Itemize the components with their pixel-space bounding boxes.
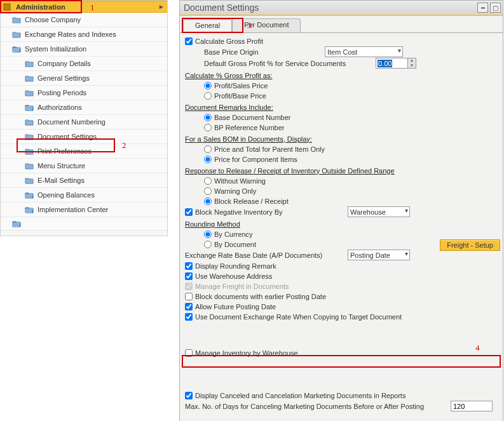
- sidebar-item-print-preferences[interactable]: Print Preferences: [1, 144, 167, 159]
- sidebar-item-label: Choose Company: [25, 16, 81, 23]
- base-price-origin-label: Base Price Origin: [204, 48, 325, 56]
- allow-future-checkbox[interactable]: [185, 303, 193, 311]
- sidebar-item-choose-company[interactable]: Choose Company: [1, 13, 167, 27]
- calculate-gross-profit-checkbox[interactable]: [185, 37, 193, 45]
- radio-label: Base Document Number: [214, 114, 290, 121]
- warning-only-radio[interactable]: [204, 187, 212, 195]
- sidebar-item-label: Menu Structure: [37, 162, 85, 170]
- block-neg-dropdown[interactable]: Warehouse: [348, 206, 410, 217]
- sidebar-item-exchange-rates[interactable]: Exchange Rates and Indexes: [1, 27, 167, 42]
- chk-label: Block documents with earlier Posting Dat…: [195, 293, 326, 300]
- price-parent-radio[interactable]: [204, 145, 212, 153]
- base-doc-num-radio[interactable]: [204, 114, 212, 121]
- open-folder-icon: [12, 220, 21, 227]
- sidebar-item-implementation-center[interactable]: Implementation Center: [1, 203, 167, 217]
- without-warning-radio[interactable]: [204, 177, 212, 185]
- document-settings-window: Document Settings ━ ▢ General Per Docume…: [179, 0, 503, 421]
- sidebar-item-label: Opening Balances: [37, 191, 95, 199]
- sidebar-item-general-settings[interactable]: General Settings: [1, 71, 167, 86]
- base-price-origin-dropdown[interactable]: Item Cost: [325, 46, 403, 57]
- open-folder-icon: [25, 191, 34, 199]
- default-gp-value: 0.00: [378, 60, 392, 67]
- sidebar-item-menu-structure[interactable]: Menu Structure: [1, 159, 167, 173]
- sidebar-item-label: Document Settings: [37, 133, 97, 140]
- profit-base-radio[interactable]: [204, 92, 212, 100]
- sidebar-item-email-settings[interactable]: E-Mail Settings: [1, 173, 167, 188]
- sidebar-item-label: Company Details: [37, 60, 91, 67]
- folder-icon: [25, 60, 34, 67]
- sales-bom-heading: For a Sales BOM in Documents, Display:: [185, 134, 498, 144]
- chk-label: Manage Inventory by Warehouse: [195, 349, 298, 357]
- radio-label: Price for Component Items: [214, 156, 297, 163]
- max-days-input[interactable]: [451, 401, 493, 411]
- max-days-label: Max. No. of Days for Canceling Marketing…: [185, 403, 451, 410]
- folder-icon: [25, 133, 34, 140]
- sidebar-item-authorizations[interactable]: Authorizations: [1, 100, 167, 115]
- module-icon: [3, 3, 12, 11]
- manage-freight-checkbox: [185, 283, 193, 290]
- sidebar-item-label: Exchange Rates and Indexes: [25, 30, 116, 38]
- chk-label: Use Document Exchange Rate When Copying …: [195, 313, 402, 321]
- sidebar-item-label: Print Preferences: [37, 147, 92, 155]
- display-canceled-checkbox[interactable]: [185, 392, 193, 399]
- svg-rect-0: [4, 4, 10, 10]
- chk-label: Block Negative Inventory By: [195, 208, 348, 216]
- navigation-sidebar: Administration ▸ Choose Company Exchange…: [0, 0, 168, 236]
- sidebar-item-opening-balances[interactable]: Opening Balances: [1, 188, 167, 203]
- minimize-button[interactable]: ━: [477, 3, 488, 13]
- manage-inv-wh-checkbox[interactable]: [185, 349, 193, 357]
- sidebar-item-label: General Settings: [37, 74, 90, 82]
- sidebar-item-collapsed[interactable]: [1, 217, 167, 231]
- display-rounding-checkbox[interactable]: [185, 262, 193, 270]
- chk-label: Calculate Gross Profit: [195, 37, 263, 45]
- price-component-radio[interactable]: [204, 156, 212, 163]
- by-currency-radio[interactable]: [204, 231, 212, 238]
- radio-label: Price and Total for Parent Item Only: [214, 145, 325, 153]
- sidebar-item-system-init[interactable]: System Initialization: [1, 42, 167, 57]
- exrate-dropdown[interactable]: Posting Date: [348, 250, 410, 260]
- radio-label: Warning Only: [214, 187, 256, 195]
- folder-icon: [25, 89, 34, 97]
- bp-ref-num-radio[interactable]: [204, 124, 212, 131]
- profit-sales-radio[interactable]: [204, 82, 212, 90]
- sidebar-item-label: E-Mail Settings: [37, 177, 85, 184]
- folder-icon: [25, 74, 34, 82]
- chk-label: Display Rounding Remark: [195, 262, 276, 270]
- sidebar-item-posting-periods[interactable]: Posting Periods: [1, 86, 167, 100]
- block-earlier-checkbox[interactable]: [185, 293, 193, 300]
- chk-label: Display Canceled and Cancelation Marketi…: [195, 392, 405, 399]
- open-folder-icon: [25, 206, 34, 213]
- chk-label: Allow Future Posting Date: [195, 303, 276, 311]
- settings-content: Calculate Gross Profit Base Price Origin…: [180, 33, 503, 421]
- spinner-icon[interactable]: ▲▼: [407, 58, 416, 68]
- sidebar-item-document-settings[interactable]: Document Settings: [1, 130, 167, 144]
- tab-per-document[interactable]: Per Document: [232, 18, 301, 32]
- radio-label: BP Reference Number: [214, 124, 284, 131]
- default-gp-input[interactable]: 0.00 ▲▼: [376, 58, 416, 69]
- folder-icon: [25, 118, 34, 126]
- use-warehouse-checkbox[interactable]: [185, 272, 193, 280]
- folder-icon: [25, 147, 34, 155]
- block-neg-inventory-checkbox[interactable]: [185, 208, 193, 216]
- radio-label: By Document: [214, 241, 256, 248]
- sidebar-item-company-details[interactable]: Company Details: [1, 57, 167, 71]
- sidebar-item-label: Document Numbering: [37, 118, 106, 126]
- remarks-heading: Document Remarks Include:: [185, 102, 498, 112]
- maximize-button[interactable]: ▢: [490, 3, 501, 13]
- tab-general[interactable]: General: [183, 19, 232, 33]
- sidebar-item-label: Authorizations: [37, 104, 82, 111]
- sidebar-item-document-numbering[interactable]: Document Numbering: [1, 115, 167, 130]
- sidebar-item-label: System Initialization: [25, 45, 86, 53]
- freight-setup-button[interactable]: Freight - Setup: [440, 239, 500, 251]
- radio-label: By Currency: [214, 231, 253, 238]
- radio-label: Without Warning: [214, 177, 266, 185]
- block-release-radio[interactable]: [204, 197, 212, 205]
- sidebar-header[interactable]: Administration ▸: [1, 1, 167, 13]
- rounding-heading: Rounding Method: [185, 219, 498, 229]
- chk-label: Use Warehouse Address: [195, 272, 272, 280]
- use-doc-exrate-checkbox[interactable]: [185, 313, 193, 321]
- radio-label: Profit/Sales Price: [214, 82, 268, 90]
- window-title: Document Settings: [184, 3, 259, 13]
- chevron-right-icon[interactable]: ▸: [156, 3, 167, 11]
- by-document-radio[interactable]: [204, 241, 212, 248]
